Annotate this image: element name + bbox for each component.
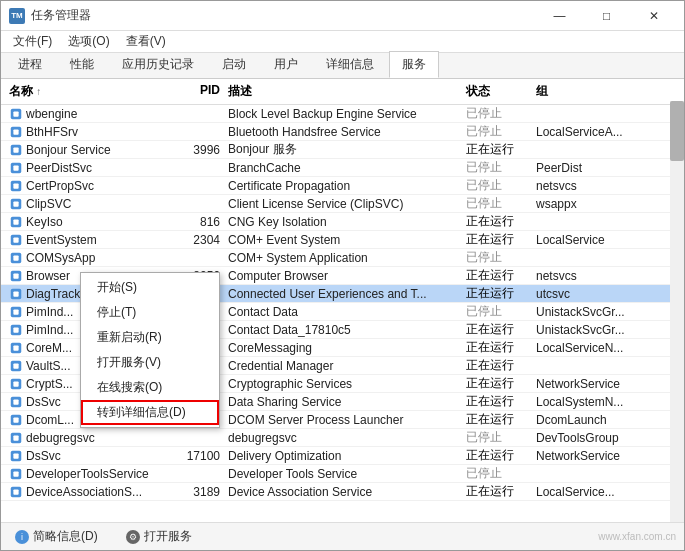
service-status: 已停止 [462, 302, 532, 321]
service-icon [9, 305, 23, 319]
service-pid: 3996 [169, 142, 224, 158]
minimize-button[interactable]: — [537, 6, 582, 26]
table-row[interactable]: DsSvc 17100 Delivery Optimization 正在运行 N… [1, 447, 670, 465]
context-menu-item-2[interactable]: 重新启动(R) [81, 325, 219, 350]
service-status: 正在运行 [462, 356, 532, 375]
col-header-desc[interactable]: 描述 [224, 81, 462, 102]
service-desc: Credential Manager [224, 358, 462, 374]
service-status: 正在运行 [462, 446, 532, 465]
service-group: DcomLaunch [532, 412, 662, 428]
service-desc: CNG Key Isolation [224, 214, 462, 230]
table-row[interactable]: COMSysApp COM+ System Application 已停止 [1, 249, 670, 267]
table-row[interactable]: DeveloperToolsService Developer Tools Se… [1, 465, 670, 483]
menu-options[interactable]: 选项(O) [60, 31, 117, 52]
service-name: ClipSVC [26, 197, 71, 211]
watermark: www.xfan.com.cn [598, 531, 676, 542]
service-icon [9, 341, 23, 355]
table-row[interactable]: CertPropSvc Certificate Propagation 已停止 … [1, 177, 670, 195]
col-header-pid[interactable]: PID [169, 81, 224, 102]
service-desc: DCOM Server Process Launcher [224, 412, 462, 428]
service-group: UnistackSvcGr... [532, 304, 662, 320]
service-desc: COM+ Event System [224, 232, 462, 248]
tab-history[interactable]: 应用历史记录 [109, 51, 207, 78]
title-bar-left: TM 任务管理器 [9, 7, 91, 24]
open-service-button[interactable]: ⚙ 打开服务 [120, 526, 198, 547]
service-name: debugregsvc [26, 431, 95, 445]
sort-arrow-icon: ↑ [36, 86, 41, 97]
service-icon [9, 125, 23, 139]
scrollbar-track[interactable] [670, 101, 684, 522]
service-name: Bonjour Service [26, 143, 111, 157]
service-icon [9, 161, 23, 175]
table-row[interactable]: Bonjour Service 3996 Bonjour 服务 正在运行 [1, 141, 670, 159]
service-pid [169, 437, 224, 439]
tab-users[interactable]: 用户 [261, 51, 311, 78]
table-row[interactable]: wbengine Block Level Backup Engine Servi… [1, 105, 670, 123]
service-name: BthHFSrv [26, 125, 78, 139]
service-pid: 816 [169, 214, 224, 230]
close-button[interactable]: ✕ [631, 6, 676, 26]
window-controls: — □ ✕ [537, 6, 676, 26]
service-group: LocalSystemN... [532, 394, 662, 410]
service-icon [9, 197, 23, 211]
service-status: 正在运行 [462, 410, 532, 429]
service-group: NetworkService [532, 376, 662, 392]
service-group: PeerDist [532, 160, 662, 176]
service-pid: 2304 [169, 232, 224, 248]
service-icon [9, 179, 23, 193]
context-menu-item-3[interactable]: 打开服务(V) [81, 350, 219, 375]
table-row[interactable]: ClipSVC Client License Service (ClipSVC)… [1, 195, 670, 213]
service-name: DcomL... [26, 413, 74, 427]
table-row[interactable]: KeyIso 816 CNG Key Isolation 正在运行 [1, 213, 670, 231]
service-group: wsappx [532, 196, 662, 212]
context-menu-item-0[interactable]: 开始(S) [81, 275, 219, 300]
col-header-status[interactable]: 状态 [462, 81, 532, 102]
service-icon [9, 251, 23, 265]
service-icon [9, 233, 23, 247]
service-status: 正在运行 [462, 284, 532, 303]
brief-info-button[interactable]: i 简略信息(D) [9, 526, 104, 547]
service-group: LocalService... [532, 484, 662, 500]
service-icon [9, 107, 23, 121]
table-row[interactable]: DeviceAssociationS... 3189 Device Associ… [1, 483, 670, 501]
service-icon [9, 449, 23, 463]
tab-process[interactable]: 进程 [5, 51, 55, 78]
service-name: CryptS... [26, 377, 73, 391]
service-name: DsSvc [26, 449, 61, 463]
tab-services[interactable]: 服务 [389, 51, 439, 78]
context-menu-item-5[interactable]: 转到详细信息(D) [81, 400, 219, 425]
service-name: wbengine [26, 107, 77, 121]
menu-file[interactable]: 文件(F) [5, 31, 60, 52]
menu-view[interactable]: 查看(V) [118, 31, 174, 52]
tab-details[interactable]: 详细信息 [313, 51, 387, 78]
service-desc: Certificate Propagation [224, 178, 462, 194]
tab-performance[interactable]: 性能 [57, 51, 107, 78]
service-icon: ⚙ [126, 530, 140, 544]
col-header-name[interactable]: 名称 ↑ [1, 81, 169, 102]
context-menu: 开始(S)停止(T)重新启动(R)打开服务(V)在线搜索(O)转到详细信息(D) [80, 272, 220, 428]
service-name: DsSvc [26, 395, 61, 409]
maximize-button[interactable]: □ [584, 6, 629, 26]
col-header-group[interactable]: 组 [532, 81, 662, 102]
service-desc: Bonjour 服务 [224, 140, 462, 159]
scrollbar-thumb[interactable] [670, 101, 684, 161]
service-name: PeerDistSvc [26, 161, 92, 175]
service-desc: debugregsvc [224, 430, 462, 446]
context-menu-item-4[interactable]: 在线搜索(O) [81, 375, 219, 400]
service-icon [9, 323, 23, 337]
service-name: CertPropSvc [26, 179, 94, 193]
tab-startup[interactable]: 启动 [209, 51, 259, 78]
app-icon: TM [9, 8, 25, 24]
table-row[interactable]: debugregsvc debugregsvc 已停止 DevToolsGrou… [1, 429, 670, 447]
table-row[interactable]: EventSystem 2304 COM+ Event System 正在运行 … [1, 231, 670, 249]
service-pid [169, 131, 224, 133]
service-desc: COM+ System Application [224, 250, 462, 266]
table-row[interactable]: BthHFSrv Bluetooth Handsfree Service 已停止… [1, 123, 670, 141]
info-icon: i [15, 530, 29, 544]
context-menu-item-1[interactable]: 停止(T) [81, 300, 219, 325]
table-row[interactable]: PeerDistSvc BranchCache 已停止 PeerDist [1, 159, 670, 177]
service-status: 正在运行 [462, 212, 532, 231]
service-pid: 3189 [169, 484, 224, 500]
service-name: VaultS... [26, 359, 70, 373]
service-desc: Cryptographic Services [224, 376, 462, 392]
